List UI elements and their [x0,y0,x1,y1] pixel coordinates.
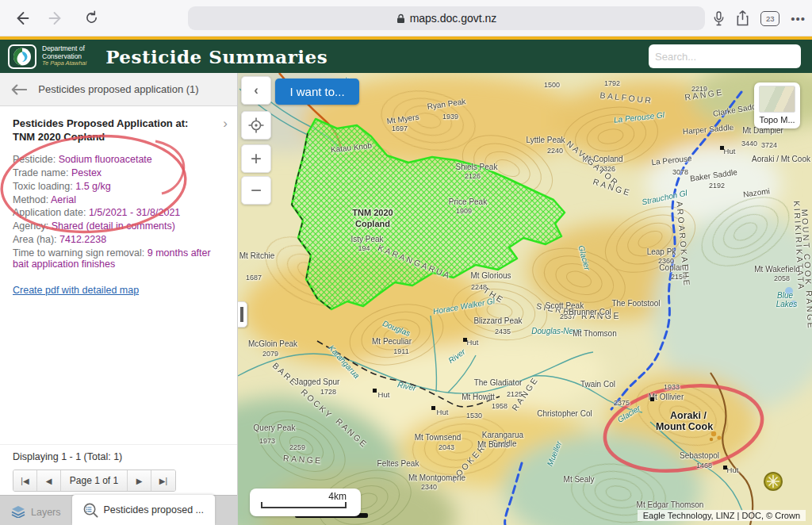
search-results-icon [83,503,98,518]
map-attribution: Eagle Technology, LINZ | DOC, © Crown [638,510,806,521]
microphone-icon[interactable] [713,11,725,26]
url-text: maps.doc.govt.nz [410,12,497,25]
locate-me-button[interactable] [241,111,271,140]
panel-footer: Displaying 1 - 1 (Total: 1) |◀ ◀ Page 1 … [0,444,237,492]
panel-header: Pesticides proposed application (1) [0,73,237,106]
poi-symbol [764,473,782,490]
reload-button[interactable] [78,5,105,32]
tab-layers-label: Layers [31,507,61,518]
search-box[interactable] [649,44,801,68]
result-count: Displaying 1 - 1 (Total: 1) [13,451,224,462]
prev-page-button[interactable]: ◀ [37,470,61,491]
address-bar[interactable]: maps.doc.govt.nz [188,6,705,30]
tab-results-label: Pesticides proposed ... [104,504,204,515]
scale-bracket [261,502,347,508]
lock-icon [396,13,405,24]
share-icon[interactable] [736,10,749,26]
basemap-switcher[interactable]: Topo M... [754,82,800,128]
page-title: Pesticide Summaries [105,46,327,67]
back-arrow-icon [13,10,29,26]
reload-icon [84,10,99,25]
next-page-button[interactable]: ▶ [128,470,151,491]
scale-label: 4km [328,491,347,502]
tabs-button[interactable]: 23 [760,11,779,26]
detail-line: Toxic loading: 1.5 g/kg [13,181,224,192]
create-pdf-link[interactable]: Create pdf with detailed map [13,285,139,296]
panel-back-button[interactable] [8,79,30,101]
pager: |◀ ◀ Page 1 of 1 ▶ ▶| [13,469,176,492]
detail-line: Trade name: Pestex [13,167,224,178]
chevron-right-icon[interactable]: › [223,116,228,132]
browser-toolbar: maps.doc.govt.nz 23 ••• [0,0,812,36]
lake [791,301,797,307]
tab-results[interactable]: Pesticides proposed ... [72,495,215,525]
panel-body: Pesticides Proposed Application at: TNM … [0,106,237,297]
detail-line: Area (ha): 7412.2238 [13,234,224,245]
bottom-tab-bar: Layers Pesticides proposed ... [0,495,237,525]
back-button[interactable] [8,5,35,32]
detail-line: Pesticide: Sodium fluoroacetate [13,154,224,165]
zoom-in-button[interactable]: + [241,144,271,173]
basemap-thumbnail [759,86,795,113]
scale-bar: 4km [250,489,361,516]
collapse-panel-button[interactable]: ‹ [241,76,271,105]
panel-title: Pesticides proposed application (1) [38,83,198,95]
detail-line: Agency: Shared (detail in comments) [13,220,224,232]
org-name: Department of Conservation Te Papa Atawh… [42,45,86,67]
detail-line: Application date: 1/5/2021 - 31/8/2021 [13,207,224,218]
result-title: Pesticides Proposed Application at: TNM … [13,117,213,144]
last-page-button[interactable]: ▶| [151,470,175,491]
first-page-button[interactable]: |◀ [13,470,37,491]
page-label: Page 1 of 1 [61,470,128,491]
basemap-label: Topo M... [757,115,797,125]
detail-line: Time to warning sign removal: 9 months a… [13,247,224,270]
locate-icon [248,117,264,133]
tab-layers[interactable]: Layers [0,499,72,525]
i-want-to-button[interactable]: I want to... [275,79,359,105]
detail-list: Pesticide: Sodium fluoroacetateTrade nam… [13,154,224,270]
zoom-out-button[interactable]: − [241,176,271,205]
lake [785,287,793,295]
panel-resize-handle[interactable] [238,301,247,328]
app-header: Department of Conservation Te Papa Atawh… [0,40,812,73]
layers-icon [11,506,25,518]
search-input[interactable] [655,51,795,63]
tab-count: 23 [766,14,775,23]
map-canvas[interactable]: RoughRyan Peak1939Mt Myers1697Katau Knob… [238,73,812,525]
results-panel: Pesticides proposed application (1) Pest… [0,73,238,525]
forward-arrow-icon [48,10,64,26]
topo-map [238,73,812,525]
doc-logo [8,44,36,69]
forward-button[interactable] [43,5,70,32]
org-motto: Te Papa Atawhai [42,60,86,67]
overflow-menu-button[interactable]: ••• [791,12,806,25]
detail-line: Method: Aerial [13,194,224,205]
back-arrow-icon [11,84,27,95]
